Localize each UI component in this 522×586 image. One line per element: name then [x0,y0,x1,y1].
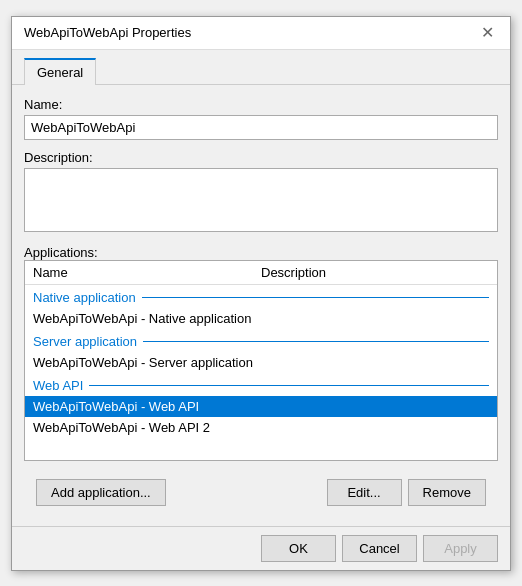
group-header-webapi: Web API [25,373,497,396]
dialog-title: WebApiToWebApi Properties [24,25,191,40]
description-input[interactable] [24,168,498,232]
name-group: Name: [24,97,498,140]
group-webapi-label: Web API [33,378,89,393]
add-application-button[interactable]: Add application... [36,479,166,506]
list-item[interactable]: WebApiToWebApi - Web API [25,396,497,417]
dialog: WebApiToWebApi Properties ✕ General Name… [11,16,511,571]
applications-label: Applications: [24,245,98,260]
group-webapi-line [89,385,489,386]
content-area: Name: Description: Applications: Name De… [12,85,510,526]
list-item[interactable]: WebApiToWebApi - Web API 2 [25,417,497,438]
tabs-bar: General [12,50,510,85]
table-header: Name Description [25,261,497,285]
group-header-server: Server application [25,329,497,352]
col-name-header: Name [33,265,261,280]
group-native-line [142,297,489,298]
list-item[interactable]: WebApiToWebApi - Server application [25,352,497,373]
name-input[interactable] [24,115,498,140]
remove-button[interactable]: Remove [408,479,486,506]
ok-button[interactable]: OK [261,535,336,562]
col-desc-header: Description [261,265,489,280]
group-server-label: Server application [33,334,143,349]
list-item[interactable]: WebApiToWebApi - Native application [25,308,497,329]
title-bar: WebApiToWebApi Properties ✕ [12,17,510,50]
edit-remove-buttons: Edit... Remove [327,479,486,506]
description-label: Description: [24,150,498,165]
description-group: Description: [24,150,498,235]
group-header-native: Native application [25,285,497,308]
cancel-button[interactable]: Cancel [342,535,417,562]
table-buttons: Add application... Edit... Remove [24,471,498,514]
name-label: Name: [24,97,498,112]
dialog-footer: OK Cancel Apply [12,526,510,570]
close-button[interactable]: ✕ [477,25,498,41]
applications-table: Name Description Native application WebA… [24,260,498,461]
group-server-line [143,341,489,342]
apply-button[interactable]: Apply [423,535,498,562]
group-native-label: Native application [33,290,142,305]
applications-group: Applications: Name Description Native ap… [24,245,498,461]
table-body: Native application WebApiToWebApi - Nati… [25,285,497,460]
tab-general[interactable]: General [24,58,96,85]
edit-button[interactable]: Edit... [327,479,402,506]
